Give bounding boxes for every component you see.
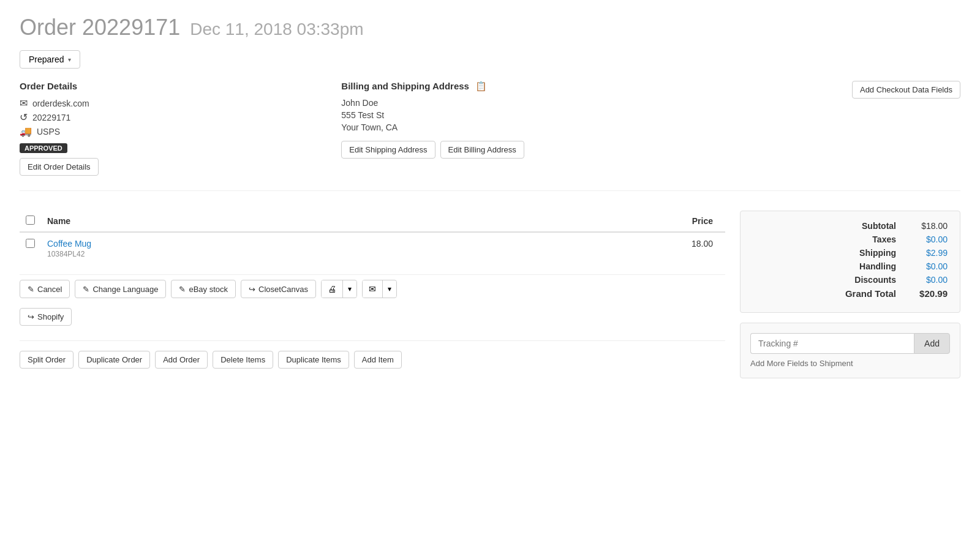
duplicate-order-label: Duplicate Order	[86, 355, 142, 364]
truck-icon: 🚚	[20, 126, 32, 137]
email-dropdown[interactable]: ✉ ▾	[362, 280, 397, 298]
tracking-add-button[interactable]: Add	[914, 333, 950, 354]
tracking-box: Add Add More Fields to Shipment	[740, 323, 960, 378]
address-name: John Doe	[341, 98, 698, 108]
change-language-label: Change Language	[92, 285, 158, 294]
shopify-button[interactable]: ↪ Shopify	[20, 308, 72, 326]
copy-icon[interactable]: 📋	[475, 81, 487, 91]
add-checkout-data-fields-button[interactable]: Add Checkout Data Fields	[852, 81, 960, 99]
duplicate-order-button[interactable]: Duplicate Order	[78, 351, 150, 369]
print-icon: 🖨	[328, 284, 336, 294]
status-dropdown[interactable]: Prepared ▾	[20, 50, 80, 69]
grand-total-label: Grand Total	[845, 288, 896, 299]
item-name-link[interactable]: Coffee Mug	[47, 239, 91, 249]
delete-items-button[interactable]: Delete Items	[213, 351, 273, 369]
edit-order-details-button[interactable]: Edit Order Details	[20, 158, 99, 176]
taxes-value: $0.00	[911, 234, 948, 244]
add-item-button[interactable]: Add Item	[354, 351, 402, 369]
print-button[interactable]: 🖨	[322, 280, 343, 298]
order-date: Dec 11, 2018 03:33pm	[190, 20, 363, 39]
order-id-value: 20229171	[32, 113, 70, 122]
tracking-input[interactable]	[750, 333, 914, 354]
envelope-icon: ✉	[369, 284, 376, 294]
order-header: Order 20229171 Dec 11, 2018 03:33pm	[20, 15, 960, 40]
cancel-icon: ✎	[28, 285, 34, 294]
ebay-stock-icon: ✎	[179, 285, 186, 294]
checkout-data-section: Add Checkout Data Fields	[723, 81, 960, 176]
order-id-row: ↺ 20229171	[20, 111, 317, 123]
ebay-stock-button[interactable]: ✎ eBay stock	[171, 280, 236, 298]
table-row: Coffee Mug 10384PL42 18.00	[20, 232, 725, 264]
change-language-icon: ✎	[83, 285, 89, 294]
address-title: Billing and Shipping Address 📋	[341, 81, 698, 92]
add-item-label: Add Item	[362, 355, 394, 364]
subtotal-row: Subtotal $18.00	[753, 221, 948, 231]
cancel-label: Cancel	[37, 285, 62, 294]
discounts-label: Discounts	[847, 275, 896, 285]
summary-box: Subtotal $18.00 Taxes $0.00 Shipping $2.…	[740, 211, 960, 313]
taxes-label: Taxes	[847, 234, 896, 244]
shipping-value: $2.99	[911, 248, 948, 258]
edit-billing-address-button[interactable]: Edit Billing Address	[440, 141, 524, 159]
add-order-button[interactable]: Add Order	[155, 351, 208, 369]
select-all-checkbox[interactable]	[26, 216, 35, 225]
action-buttons-row: ✎ Cancel ✎ Change Language ✎ eBay stock …	[20, 274, 725, 298]
print-dropdown-arrow[interactable]: ▾	[343, 281, 356, 297]
items-panel: Name Price Coffee Mug 10384PL42 18.00 ✎	[20, 211, 725, 378]
items-table: Name Price Coffee Mug 10384PL42 18.00	[20, 211, 725, 264]
subtotal-label: Subtotal	[847, 221, 896, 231]
add-checkout-label: Add Checkout Data Fields	[860, 85, 952, 94]
item-sku: 10384PL42	[47, 250, 436, 258]
item-price: 18.00	[442, 232, 725, 264]
edit-billing-label: Edit Billing Address	[448, 145, 516, 154]
order-number: 20229171	[82, 15, 180, 40]
handling-value: $0.00	[911, 261, 948, 271]
email-icon: ✉	[20, 97, 28, 109]
grand-total-row: Grand Total $20.99	[753, 288, 948, 299]
ebay-stock-label: eBay stock	[189, 285, 228, 294]
shipping-method-row: 🚚 USPS	[20, 126, 317, 137]
order-prefix: Order	[20, 15, 76, 40]
change-language-button[interactable]: ✎ Change Language	[75, 280, 166, 298]
tracking-add-label: Add	[924, 339, 940, 348]
source-value: orderdesk.com	[32, 99, 89, 108]
split-order-button[interactable]: Split Order	[20, 351, 74, 369]
forward-icon: ↪	[249, 285, 255, 294]
order-details-section: Order Details ✉ orderdesk.com ↺ 20229171…	[20, 81, 317, 176]
address-section: Billing and Shipping Address 📋 John Doe …	[341, 81, 698, 176]
closet-canvas-label: ClosetCanvas	[258, 285, 308, 294]
cancel-button[interactable]: ✎ Cancel	[20, 280, 70, 298]
source-row: ✉ orderdesk.com	[20, 97, 317, 109]
email-dropdown-arrow[interactable]: ▾	[383, 281, 396, 297]
discounts-value: $0.00	[911, 275, 948, 285]
shipping-row: Shipping $2.99	[753, 248, 948, 258]
address-city-state: Your Town, CA	[341, 122, 698, 132]
approved-badge: APPROVED	[20, 143, 67, 153]
add-more-fields-link[interactable]: Add More Fields to Shipment	[750, 359, 950, 368]
closet-canvas-button[interactable]: ↪ ClosetCanvas	[241, 280, 316, 298]
split-order-label: Split Order	[28, 355, 66, 364]
status-label: Prepared	[29, 54, 64, 64]
duplicate-items-label: Duplicate Items	[286, 355, 341, 364]
shipping-label: Shipping	[847, 248, 896, 258]
shopify-label: Shopify	[37, 312, 64, 321]
right-panel: Subtotal $18.00 Taxes $0.00 Shipping $2.…	[740, 211, 960, 378]
chevron-down-icon: ▾	[68, 56, 71, 63]
edit-shipping-address-button[interactable]: Edit Shipping Address	[341, 141, 435, 159]
item-checkbox[interactable]	[26, 239, 35, 248]
handling-label: Handling	[847, 261, 896, 271]
add-more-fields-text: Add More Fields to Shipment	[750, 359, 853, 368]
email-button[interactable]: ✉	[363, 280, 383, 298]
address-title-text: Billing and Shipping Address	[341, 81, 469, 91]
edit-shipping-label: Edit Shipping Address	[349, 145, 427, 154]
discounts-row: Discounts $0.00	[753, 275, 948, 285]
duplicate-items-button[interactable]: Duplicate Items	[278, 351, 349, 369]
order-title: Order 20229171	[20, 15, 180, 40]
print-dropdown[interactable]: 🖨 ▾	[321, 280, 357, 298]
price-column-header: Price	[442, 211, 725, 232]
subtotal-value: $18.00	[911, 221, 948, 231]
grand-total-value: $20.99	[911, 288, 948, 299]
edit-order-details-label: Edit Order Details	[28, 162, 91, 171]
address-city-state-value: Your Town, CA	[341, 122, 398, 132]
bottom-buttons-row: Split Order Duplicate Order Add Order De…	[20, 340, 725, 369]
